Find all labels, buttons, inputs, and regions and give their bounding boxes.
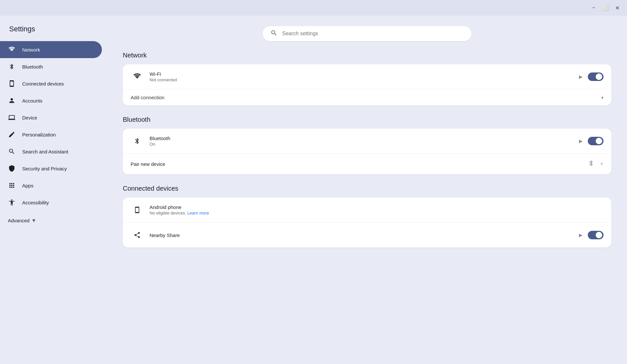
pair-label: Pair new device xyxy=(131,161,587,167)
sidebar-security-privacy-label: Security and Privacy xyxy=(22,166,67,171)
accessibility-icon xyxy=(8,198,16,206)
sidebar-item-security-privacy[interactable]: Security and Privacy xyxy=(0,160,102,177)
add-connection-label: Add connection xyxy=(131,95,164,100)
app-title: Settings xyxy=(0,16,107,41)
bluetooth-toggle[interactable] xyxy=(588,137,603,145)
sidebar-item-device[interactable]: Device xyxy=(0,109,102,126)
sidebar-personalization-label: Personalization xyxy=(22,132,56,137)
nearby-share-icon xyxy=(131,229,144,242)
sidebar-apps-label: Apps xyxy=(22,183,33,188)
bluetooth-icon xyxy=(8,63,16,71)
bluetooth-title: Bluetooth xyxy=(150,135,579,141)
add-connection-chevron-icon: ▾ xyxy=(601,95,603,100)
android-phone-row[interactable]: Android phone No eligible devices. Learn… xyxy=(123,198,611,223)
android-phone-text: Android phone No eligible devices. Learn… xyxy=(150,204,603,215)
android-phone-title: Android phone xyxy=(150,204,603,210)
search-bar-wrap xyxy=(123,26,611,41)
bluetooth-status: On xyxy=(150,142,579,147)
sidebar-item-personalization[interactable]: Personalization xyxy=(0,126,102,143)
bluetooth-add-icon xyxy=(587,160,595,168)
wifi-title: Wi-Fi xyxy=(150,71,579,77)
search-icon xyxy=(8,148,16,155)
bluetooth-row-icon xyxy=(131,135,144,148)
pair-new-device-row[interactable]: Pair new device + xyxy=(123,154,611,174)
chevron-down-icon: ▾ xyxy=(32,217,35,224)
sidebar-advanced[interactable]: Advanced ▾ xyxy=(0,212,107,229)
sidebar-bluetooth-label: Bluetooth xyxy=(22,64,43,70)
nearby-share-toggle[interactable] xyxy=(588,231,603,239)
pair-plus-icon: + xyxy=(600,161,603,167)
bluetooth-actions: ▶ xyxy=(579,137,603,145)
close-button[interactable]: ✕ xyxy=(611,2,623,14)
sidebar-item-network[interactable]: Network xyxy=(0,41,102,58)
sidebar-item-search-assistant[interactable]: Search and Assistant xyxy=(0,143,102,160)
nearby-share-title: Nearby Share xyxy=(150,232,579,238)
minimize-button[interactable]: − xyxy=(588,2,600,14)
bluetooth-row[interactable]: Bluetooth On ▶ xyxy=(123,129,611,154)
sidebar-network-label: Network xyxy=(22,47,40,53)
wifi-actions: ▶ xyxy=(579,72,603,81)
apps-icon xyxy=(8,182,16,189)
sidebar-device-label: Device xyxy=(22,115,37,120)
app-body: Settings Network Bluetooth xyxy=(0,16,627,364)
device-icon xyxy=(8,80,16,87)
android-phone-icon xyxy=(131,203,144,216)
sidebar-search-assistant-label: Search and Assistant xyxy=(22,149,68,154)
bluetooth-section-header: Bluetooth xyxy=(123,116,611,123)
android-learn-more-link[interactable]: Learn more xyxy=(187,211,209,215)
bluetooth-chevron-icon: ▶ xyxy=(579,138,583,144)
pair-text: Pair new device xyxy=(131,161,587,167)
nearby-share-row[interactable]: Nearby Share ▶ xyxy=(123,223,611,247)
bluetooth-card: Bluetooth On ▶ Pair new device xyxy=(123,129,611,174)
add-connection-row[interactable]: Add connection ▾ xyxy=(123,89,611,105)
sidebar-item-accounts[interactable]: Accounts xyxy=(0,92,102,109)
maximize-button[interactable]: ⬜ xyxy=(600,2,611,14)
bluetooth-text: Bluetooth On xyxy=(150,135,579,147)
person-icon xyxy=(8,97,16,104)
sidebar-item-accessibility[interactable]: Accessibility xyxy=(0,194,102,211)
pair-actions: + xyxy=(587,160,603,168)
sidebar-advanced-label: Advanced xyxy=(8,218,30,223)
wifi-icon xyxy=(8,46,16,54)
search-icon xyxy=(270,29,278,38)
network-card: Wi-Fi Not connected ▶ Add connection ▾ xyxy=(123,64,611,105)
nearby-share-text: Nearby Share xyxy=(150,232,579,238)
wifi-status: Not connected xyxy=(150,77,579,82)
sidebar: Settings Network Bluetooth xyxy=(0,16,107,364)
sidebar-accessibility-label: Accessibility xyxy=(22,200,49,205)
search-bar xyxy=(263,26,472,41)
network-section-header: Network xyxy=(123,52,611,59)
wifi-chevron-icon: ▶ xyxy=(579,74,583,79)
sidebar-item-apps[interactable]: Apps xyxy=(0,177,102,194)
android-phone-sub: No eligible devices. Learn more xyxy=(150,211,603,215)
edit-icon xyxy=(8,131,16,138)
laptop-icon xyxy=(8,114,16,121)
main-content: Network Wi-Fi Not connected ▶ xyxy=(107,16,627,364)
nearby-share-actions: ▶ xyxy=(579,231,603,239)
sidebar-accounts-label: Accounts xyxy=(22,98,42,103)
connected-devices-section-header: Connected devices xyxy=(123,185,611,192)
nearby-share-chevron-icon: ▶ xyxy=(579,232,583,238)
wifi-text: Wi-Fi Not connected xyxy=(150,71,579,82)
wifi-row-icon xyxy=(131,70,144,83)
shield-icon xyxy=(8,165,16,172)
sidebar-item-connected-devices[interactable]: Connected devices xyxy=(0,75,102,92)
titlebar: − ⬜ ✕ xyxy=(0,0,627,16)
wifi-row[interactable]: Wi-Fi Not connected ▶ xyxy=(123,64,611,89)
sidebar-connected-devices-label: Connected devices xyxy=(22,81,64,87)
search-input[interactable] xyxy=(282,31,464,37)
wifi-toggle[interactable] xyxy=(588,72,603,81)
connected-devices-card: Android phone No eligible devices. Learn… xyxy=(123,198,611,247)
sidebar-item-bluetooth[interactable]: Bluetooth xyxy=(0,58,102,75)
